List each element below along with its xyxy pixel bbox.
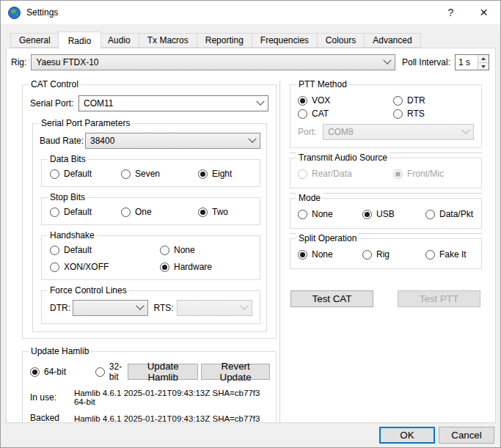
radio-icon	[298, 169, 307, 179]
radio-icon	[160, 246, 169, 255]
radio-split-rig[interactable]: Rig	[362, 249, 425, 260]
radio-label: Fake It	[439, 249, 467, 260]
radio-64-bit[interactable]: 64-bit	[30, 367, 95, 377]
backed-up-label: Backed up:	[30, 413, 74, 423]
radio-handshake-none[interactable]: None	[160, 245, 252, 255]
hamlib-in-use-row: In use: Hamlib 4.6.1 2025-01-21T09:43:13…	[30, 389, 270, 406]
poll-interval-value: 1 s	[456, 55, 478, 70]
radio-mode-usb[interactable]: USB	[362, 209, 425, 219]
radio-label: Rig	[376, 249, 390, 260]
baud-rate-combobox[interactable]: 38400	[85, 133, 260, 149]
tab-advanced[interactable]: Advanced	[365, 33, 420, 48]
radio-handshake-hardware[interactable]: Hardware	[160, 262, 252, 272]
cancel-button[interactable]: Cancel	[439, 427, 494, 444]
radio-icon	[425, 210, 435, 219]
radio-icon	[121, 208, 131, 217]
tab-frequencies[interactable]: Frequencies	[252, 33, 318, 48]
update-hamlib-group: Update Hamlib 64-bit 32-bit Update Hamli…	[22, 351, 277, 423]
tab-colours[interactable]: Colours	[318, 33, 365, 48]
chevron-down-icon	[461, 126, 469, 134]
radio-mode-data-pkt[interactable]: Data/Pkt	[425, 209, 473, 219]
serial-port-combobox[interactable]: COM11	[78, 95, 268, 111]
radio-stop-bits-two[interactable]: Two	[198, 207, 228, 217]
window-title: Settings	[26, 7, 434, 18]
settings-dialog: Settings ? × General Radio Audio Tx Macr…	[0, 0, 501, 448]
handshake-group: Handshake Default None XON/XOFF Hardware	[41, 235, 260, 280]
tab-radio[interactable]: Radio	[58, 32, 101, 49]
radio-icon	[393, 96, 403, 106]
serial-port-parameters-title: Serial Port Parameters	[39, 118, 132, 128]
radio-ptt-vox[interactable]: VOX	[298, 95, 393, 106]
titlebar: Settings ? ×	[1, 1, 500, 24]
ptt-port-value: COM8	[328, 127, 458, 137]
handshake-title: Handshake	[48, 230, 97, 240]
ok-button[interactable]: OK	[379, 427, 435, 444]
poll-interval-label: Poll Interval:	[402, 57, 450, 67]
radio-label: Front/Mic	[407, 169, 444, 179]
radio-icon	[298, 250, 307, 260]
radio-label: None	[174, 245, 195, 255]
split-operation-title: Split Operation	[296, 233, 359, 243]
serial-port-value: COM11	[84, 98, 253, 109]
radio-handshake-default[interactable]: Default	[50, 245, 160, 255]
radio-label: Hardware	[174, 262, 212, 272]
radio-icon	[30, 367, 40, 377]
radio-ptt-cat[interactable]: CAT	[298, 109, 393, 119]
tab-reporting[interactable]: Reporting	[197, 33, 252, 48]
baud-rate-label: Baud Rate:	[40, 136, 85, 146]
ptt-method-title: PTT Method	[296, 79, 349, 89]
radio-icon	[393, 109, 403, 119]
radio-label: Eight	[212, 169, 232, 179]
dtr-combobox[interactable]	[73, 300, 148, 316]
left-column: CAT Control Serial Port: COM11 Serial Po…	[11, 80, 277, 423]
spin-down-icon[interactable]	[478, 62, 489, 70]
radio-stop-bits-default[interactable]: Default	[50, 207, 121, 217]
radio-label: Data/Pkt	[439, 209, 473, 219]
rig-combobox[interactable]: Yaesu FTDX-10	[31, 54, 395, 70]
radio-label: None	[312, 249, 333, 260]
poll-interval-spinbox[interactable]: 1 s	[455, 54, 489, 70]
baud-rate-row: Baud Rate: 38400	[40, 133, 260, 149]
radio-icon	[160, 262, 169, 272]
radio-icon	[298, 210, 307, 219]
serial-port-row: Serial Port: COM11	[30, 95, 268, 111]
radio-mode-none[interactable]: None	[298, 209, 362, 219]
radio-label: CAT	[312, 109, 329, 119]
rts-label: RTS:	[154, 303, 178, 313]
tab-audio[interactable]: Audio	[100, 33, 139, 48]
radio-data-bits-eight[interactable]: Eight	[198, 169, 232, 179]
radio-split-fake-it[interactable]: Fake It	[425, 249, 467, 260]
radio-label: RTS	[407, 109, 425, 119]
help-icon[interactable]: ?	[434, 1, 467, 24]
cat-control-group: CAT Control Serial Port: COM11 Serial Po…	[22, 84, 277, 339]
spin-up-icon[interactable]	[478, 55, 489, 62]
update-hamlib-button[interactable]: Update Hamlib	[128, 364, 198, 380]
tab-tx-macros[interactable]: Tx Macros	[139, 33, 197, 48]
revert-update-button[interactable]: Revert Update	[201, 364, 270, 380]
dialog-button-row: OK Cancel	[1, 423, 500, 447]
tab-general[interactable]: General	[10, 33, 59, 48]
radio-ptt-dtr[interactable]: DTR	[393, 95, 474, 106]
cat-control-title: CAT Control	[29, 79, 81, 89]
backed-up-value: Hamlib 4.6.1 2025-01-21T09:43:13Z SHA=cb…	[74, 414, 270, 423]
in-use-label: In use:	[30, 392, 74, 403]
chevron-down-icon	[383, 56, 391, 65]
close-icon[interactable]: ×	[467, 1, 500, 24]
radio-data-bits-seven[interactable]: Seven	[121, 169, 198, 179]
radio-32-bit[interactable]: 32-bit	[95, 361, 128, 382]
radio-label: DTR	[407, 95, 425, 106]
stop-bits-title: Stop Bits	[48, 192, 87, 202]
radio-label: VOX	[312, 95, 330, 106]
rig-value: Yaesu FTDX-10	[36, 57, 380, 67]
radio-ptt-rts[interactable]: RTS	[393, 109, 474, 119]
data-bits-title: Data Bits	[48, 154, 88, 164]
radio-icon	[95, 367, 105, 377]
radio-split-none[interactable]: None	[298, 249, 362, 260]
radio-data-bits-default[interactable]: Default	[50, 169, 121, 179]
radio-handshake-xon-xoff[interactable]: XON/XOFF	[50, 262, 160, 272]
radio-icon	[121, 169, 131, 179]
test-cat-button[interactable]: Test CAT	[290, 290, 373, 307]
mode-group: Mode None USB Data/Pkt	[290, 198, 482, 229]
radio-stop-bits-one[interactable]: One	[121, 207, 198, 217]
transmit-audio-source-title: Transmit Audio Source	[296, 153, 390, 163]
